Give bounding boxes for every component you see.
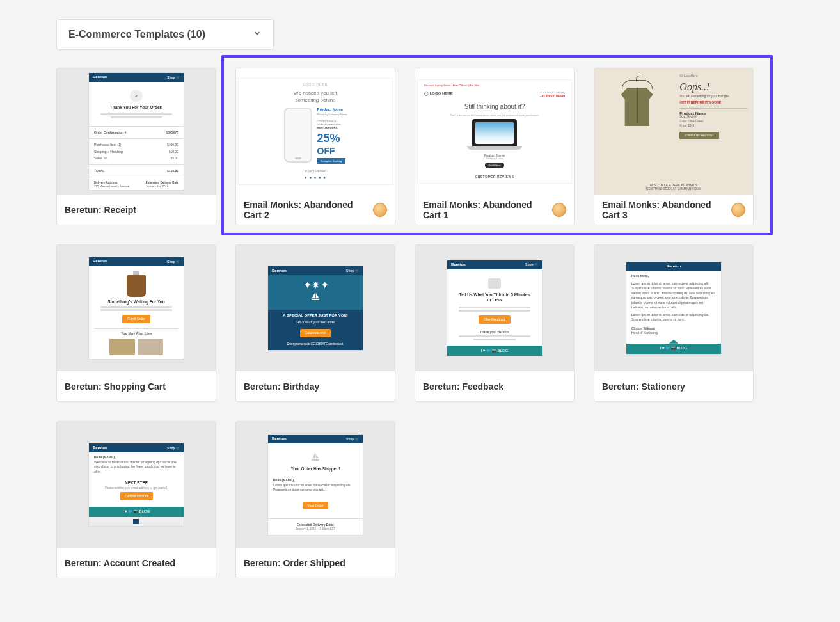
- template-title: Beretun: Stationery: [602, 381, 685, 392]
- template-thumbnail: BeretunShop 🛒 ✔ Thank You For Your Order…: [57, 68, 216, 195]
- template-title: Email Monks: Abandoned Cart 3: [602, 200, 731, 220]
- template-card-order-shipped[interactable]: BeretunShop 🛒 Your Order Has Shipped! He…: [235, 421, 395, 578]
- speech-bubble-icon: [488, 278, 501, 289]
- template-card-feedback[interactable]: BeretunShop 🛒 Tell Us What You Think in …: [415, 244, 575, 402]
- template-card-birthday[interactable]: BeretunShop 🛒 ✦ ✷ ✦ A SPECIAL OFFER JUST…: [235, 244, 395, 402]
- template-title: Beretun: Order Shipped: [244, 558, 345, 568]
- template-card-shopping-cart[interactable]: BeretunShop 🛒 Something's Waiting For Yo…: [56, 244, 216, 402]
- template-card-receipt[interactable]: BeretunShop 🛒 ✔ Thank You For Your Order…: [56, 68, 216, 225]
- template-thumbnail: BeretunShop 🛒 Tell Us What You Think in …: [415, 245, 574, 371]
- template-title: Email Monks: Abandoned Cart 1: [423, 200, 552, 220]
- template-title: Beretun: Birthday: [244, 381, 319, 392]
- social-bar: f ♥ 🐦 📷 BLOG: [447, 346, 542, 356]
- phone-icon: [284, 108, 312, 163]
- chevron-down-icon: [253, 29, 262, 40]
- template-grid: BeretunShop 🛒 ✔ Thank You For Your Order…: [56, 68, 784, 578]
- flask-icon: [127, 275, 146, 297]
- template-title: Email Monks: Abandoned Cart 2: [244, 200, 373, 220]
- template-thumbnail: BeretunShop 🛒 Hello {NAME}, Welcome to B…: [57, 422, 216, 548]
- template-card-account-created[interactable]: BeretunShop 🛒 Hello {NAME}, Welcome to B…: [56, 421, 216, 578]
- dropdown-label: E-Commerce Templates (10): [68, 29, 205, 40]
- firework-icon: ✦ ✷ ✦: [272, 280, 359, 291]
- template-card-stationery[interactable]: Beretun Hello there, Lorem ipsum dolor s…: [594, 244, 754, 402]
- template-thumbnail: BeretunShop 🛒 Something's Waiting For Yo…: [57, 245, 216, 371]
- template-title: Beretun: Receipt: [65, 205, 136, 215]
- template-thumbnail: Discount Laptop Series • Free Offers • U…: [415, 68, 574, 195]
- template-thumbnail: ⦿ LogoHere Oops..! You left something on…: [594, 68, 753, 195]
- template-title: Beretun: Account Created: [65, 558, 175, 568]
- social-bar: f ♥ 🐦 📷 BLOG: [89, 507, 184, 517]
- category-dropdown[interactable]: E-Commerce Templates (10): [56, 19, 274, 50]
- shirt-icon: [621, 88, 653, 126]
- check-icon: ✔: [130, 90, 143, 102]
- author-badge-icon: [731, 203, 745, 217]
- template-thumbnail: BeretunShop 🛒 Your Order Has Shipped! He…: [236, 422, 395, 548]
- template-title: Beretun: Shopping Cart: [65, 381, 166, 392]
- template-thumbnail: LOGO HERE We noticed you left something …: [236, 68, 395, 195]
- template-card-abandoned-cart-3[interactable]: ⦿ LogoHere Oops..! You left something on…: [594, 68, 754, 225]
- template-card-abandoned-cart-2[interactable]: LOGO HERE We noticed you left something …: [235, 68, 395, 225]
- social-bar: f ♥ 🐦 📷 BLOG: [626, 344, 721, 354]
- author-badge-icon: [373, 203, 387, 217]
- sailboat-icon: [309, 291, 322, 302]
- laptop-icon: [472, 119, 517, 147]
- template-title: Beretun: Feedback: [423, 381, 503, 392]
- author-badge-icon: [552, 203, 566, 217]
- template-card-abandoned-cart-1[interactable]: Discount Laptop Series • Free Offers • U…: [415, 68, 575, 225]
- template-thumbnail: Beretun Hello there, Lorem ipsum dolor s…: [594, 245, 753, 371]
- template-thumbnail: BeretunShop 🛒 ✦ ✷ ✦ A SPECIAL OFFER JUST…: [236, 245, 395, 371]
- hanger-icon: [622, 80, 653, 89]
- sailboat-icon: [309, 451, 322, 463]
